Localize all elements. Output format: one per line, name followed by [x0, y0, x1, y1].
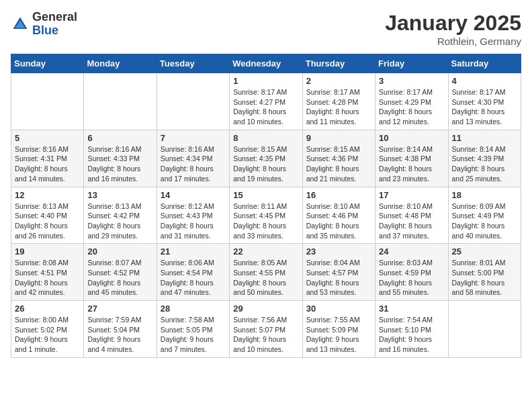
- calendar-cell: 12Sunrise: 8:13 AM Sunset: 4:40 PM Dayli…: [11, 187, 84, 244]
- weekday-header: Thursday: [302, 54, 375, 73]
- calendar-cell: 18Sunrise: 8:09 AM Sunset: 4:49 PM Dayli…: [448, 187, 521, 244]
- calendar-cell: [11, 73, 84, 130]
- day-number: 7: [161, 133, 226, 143]
- calendar-week-row: 26Sunrise: 8:00 AM Sunset: 5:02 PM Dayli…: [11, 301, 521, 358]
- day-number: 8: [233, 133, 298, 143]
- day-info: Sunrise: 8:09 AM Sunset: 4:49 PM Dayligh…: [452, 201, 517, 241]
- weekday-header: Saturday: [448, 54, 521, 73]
- day-number: 15: [233, 190, 298, 200]
- day-number: 17: [379, 190, 444, 200]
- weekday-header: Wednesday: [230, 54, 302, 73]
- calendar-week-row: 5Sunrise: 8:16 AM Sunset: 4:31 PM Daylig…: [11, 130, 521, 187]
- day-info: Sunrise: 8:16 AM Sunset: 4:31 PM Dayligh…: [15, 144, 80, 184]
- day-number: 24: [379, 246, 444, 257]
- day-info: Sunrise: 7:54 AM Sunset: 5:10 PM Dayligh…: [379, 315, 444, 355]
- day-info: Sunrise: 8:17 AM Sunset: 4:29 PM Dayligh…: [379, 87, 444, 127]
- calendar-cell: 29Sunrise: 7:56 AM Sunset: 5:07 PM Dayli…: [230, 301, 302, 358]
- day-info: Sunrise: 8:10 AM Sunset: 4:48 PM Dayligh…: [379, 201, 444, 241]
- calendar-cell: 30Sunrise: 7:55 AM Sunset: 5:09 PM Dayli…: [302, 301, 375, 358]
- calendar-cell: 24Sunrise: 8:03 AM Sunset: 4:59 PM Dayli…: [375, 244, 448, 301]
- month-title: January 2025: [385, 11, 521, 36]
- day-number: 10: [379, 133, 444, 143]
- calendar-cell: 5Sunrise: 8:16 AM Sunset: 4:31 PM Daylig…: [11, 130, 84, 187]
- logo-text: General Blue: [32, 11, 77, 38]
- day-info: Sunrise: 8:10 AM Sunset: 4:46 PM Dayligh…: [306, 201, 371, 241]
- calendar-cell: 6Sunrise: 8:16 AM Sunset: 4:33 PM Daylig…: [84, 130, 157, 187]
- day-number: 28: [161, 304, 226, 314]
- day-number: 9: [306, 133, 371, 143]
- day-info: Sunrise: 8:04 AM Sunset: 4:57 PM Dayligh…: [306, 258, 371, 298]
- calendar-cell: [157, 73, 229, 130]
- calendar-week-row: 1Sunrise: 8:17 AM Sunset: 4:27 PM Daylig…: [11, 73, 521, 130]
- calendar-cell: 20Sunrise: 8:07 AM Sunset: 4:52 PM Dayli…: [84, 244, 157, 301]
- day-info: Sunrise: 8:06 AM Sunset: 4:54 PM Dayligh…: [161, 258, 226, 298]
- logo-blue: Blue: [32, 24, 77, 38]
- day-info: Sunrise: 8:15 AM Sunset: 4:35 PM Dayligh…: [233, 144, 298, 184]
- day-number: 3: [379, 76, 444, 86]
- day-number: 26: [15, 304, 80, 314]
- day-number: 13: [87, 190, 152, 200]
- day-info: Sunrise: 7:59 AM Sunset: 5:04 PM Dayligh…: [87, 315, 152, 355]
- day-info: Sunrise: 8:08 AM Sunset: 4:51 PM Dayligh…: [15, 258, 80, 298]
- calendar-cell: 27Sunrise: 7:59 AM Sunset: 5:04 PM Dayli…: [84, 301, 157, 358]
- calendar-cell: 21Sunrise: 8:06 AM Sunset: 4:54 PM Dayli…: [157, 244, 229, 301]
- logo-icon: [11, 15, 30, 34]
- day-info: Sunrise: 8:16 AM Sunset: 4:33 PM Dayligh…: [87, 144, 152, 184]
- calendar-cell: 8Sunrise: 8:15 AM Sunset: 4:35 PM Daylig…: [230, 130, 302, 187]
- calendar-cell: 26Sunrise: 8:00 AM Sunset: 5:02 PM Dayli…: [11, 301, 84, 358]
- day-info: Sunrise: 8:14 AM Sunset: 4:38 PM Dayligh…: [379, 144, 444, 184]
- day-info: Sunrise: 8:17 AM Sunset: 4:28 PM Dayligh…: [306, 87, 371, 127]
- weekday-header: Tuesday: [157, 54, 229, 73]
- day-number: 16: [306, 190, 371, 200]
- day-number: 27: [87, 304, 152, 314]
- day-info: Sunrise: 8:05 AM Sunset: 4:55 PM Dayligh…: [233, 258, 298, 298]
- calendar-cell: 11Sunrise: 8:14 AM Sunset: 4:39 PM Dayli…: [448, 130, 521, 187]
- day-number: 19: [15, 246, 80, 257]
- day-info: Sunrise: 8:16 AM Sunset: 4:34 PM Dayligh…: [161, 144, 226, 184]
- location: Rothlein, Germany: [385, 36, 521, 47]
- day-info: Sunrise: 8:13 AM Sunset: 4:40 PM Dayligh…: [15, 201, 80, 241]
- weekday-header-row: SundayMondayTuesdayWednesdayThursdayFrid…: [11, 54, 521, 73]
- day-info: Sunrise: 7:58 AM Sunset: 5:05 PM Dayligh…: [161, 315, 226, 355]
- day-number: 2: [306, 76, 371, 86]
- weekday-header: Friday: [375, 54, 448, 73]
- day-number: 14: [161, 190, 226, 200]
- day-info: Sunrise: 7:55 AM Sunset: 5:09 PM Dayligh…: [306, 315, 371, 355]
- calendar-week-row: 19Sunrise: 8:08 AM Sunset: 4:51 PM Dayli…: [11, 244, 521, 301]
- day-info: Sunrise: 8:12 AM Sunset: 4:43 PM Dayligh…: [161, 201, 226, 241]
- day-number: 31: [379, 304, 444, 314]
- calendar-cell: 17Sunrise: 8:10 AM Sunset: 4:48 PM Dayli…: [375, 187, 448, 244]
- day-info: Sunrise: 8:15 AM Sunset: 4:36 PM Dayligh…: [306, 144, 371, 184]
- day-number: 30: [306, 304, 371, 314]
- day-number: 23: [306, 246, 371, 257]
- day-info: Sunrise: 8:00 AM Sunset: 5:02 PM Dayligh…: [15, 315, 80, 355]
- calendar-cell: 2Sunrise: 8:17 AM Sunset: 4:28 PM Daylig…: [302, 73, 375, 130]
- calendar-cell: 1Sunrise: 8:17 AM Sunset: 4:27 PM Daylig…: [230, 73, 302, 130]
- title-block: January 2025 Rothlein, Germany: [385, 11, 521, 47]
- day-number: 6: [87, 133, 152, 143]
- calendar-cell: 23Sunrise: 8:04 AM Sunset: 4:57 PM Dayli…: [302, 244, 375, 301]
- calendar-cell: 15Sunrise: 8:11 AM Sunset: 4:45 PM Dayli…: [230, 187, 302, 244]
- day-info: Sunrise: 7:56 AM Sunset: 5:07 PM Dayligh…: [233, 315, 298, 355]
- day-info: Sunrise: 8:13 AM Sunset: 4:42 PM Dayligh…: [87, 201, 152, 241]
- calendar-cell: 14Sunrise: 8:12 AM Sunset: 4:43 PM Dayli…: [157, 187, 229, 244]
- calendar-cell: [448, 301, 521, 358]
- day-number: 12: [15, 190, 80, 200]
- day-number: 21: [161, 246, 226, 257]
- day-info: Sunrise: 8:07 AM Sunset: 4:52 PM Dayligh…: [87, 258, 152, 298]
- calendar-cell: 28Sunrise: 7:58 AM Sunset: 5:05 PM Dayli…: [157, 301, 229, 358]
- calendar-table: SundayMondayTuesdayWednesdayThursdayFrid…: [11, 54, 521, 358]
- calendar-cell: 25Sunrise: 8:01 AM Sunset: 5:00 PM Dayli…: [448, 244, 521, 301]
- day-info: Sunrise: 8:17 AM Sunset: 4:27 PM Dayligh…: [233, 87, 298, 127]
- day-info: Sunrise: 8:17 AM Sunset: 4:30 PM Dayligh…: [452, 87, 517, 127]
- calendar-cell: 9Sunrise: 8:15 AM Sunset: 4:36 PM Daylig…: [302, 130, 375, 187]
- weekday-header: Sunday: [11, 54, 84, 73]
- day-info: Sunrise: 8:03 AM Sunset: 4:59 PM Dayligh…: [379, 258, 444, 298]
- calendar-week-row: 12Sunrise: 8:13 AM Sunset: 4:40 PM Dayli…: [11, 187, 521, 244]
- calendar-cell: [84, 73, 157, 130]
- calendar-cell: 16Sunrise: 8:10 AM Sunset: 4:46 PM Dayli…: [302, 187, 375, 244]
- weekday-header: Monday: [84, 54, 157, 73]
- logo-general: General: [32, 11, 77, 24]
- day-number: 20: [87, 246, 152, 257]
- calendar-cell: 22Sunrise: 8:05 AM Sunset: 4:55 PM Dayli…: [230, 244, 302, 301]
